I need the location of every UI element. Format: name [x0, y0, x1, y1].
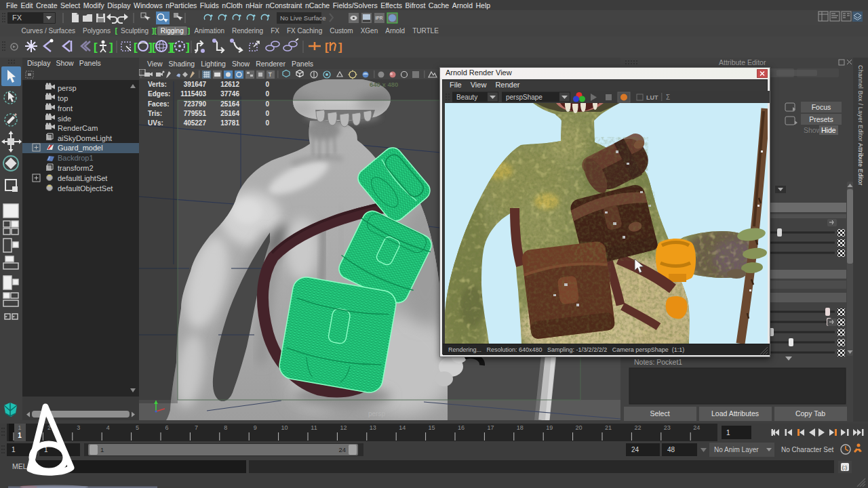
- svg-text:1: 1: [100, 446, 104, 453]
- svg-text:0: 0: [265, 90, 269, 98]
- svg-text:Select: Select: [650, 409, 669, 418]
- svg-text:8: 8: [224, 424, 227, 431]
- svg-text:391647: 391647: [184, 81, 207, 88]
- svg-text:7: 7: [195, 424, 198, 431]
- svg-text:Show: Show: [804, 126, 822, 134]
- svg-text:top: top: [58, 94, 68, 102]
- svg-text:Focus: Focus: [812, 103, 831, 111]
- svg-text:defaultObjectSet: defaultObjectSet: [58, 184, 113, 192]
- svg-text:]: ]: [338, 41, 342, 54]
- svg-text:0: 0: [265, 110, 269, 117]
- svg-text:perspShape: perspShape: [506, 94, 542, 101]
- svg-text:18: 18: [517, 424, 524, 431]
- svg-text:15: 15: [429, 424, 435, 431]
- svg-text:UVs:: UVs:: [148, 119, 163, 127]
- svg-text:Beauty: Beauty: [456, 94, 477, 101]
- svg-text:defaultLightSet: defaultLightSet: [58, 174, 107, 182]
- svg-text:12: 12: [340, 424, 347, 431]
- svg-text:723790: 723790: [184, 100, 207, 108]
- svg-text:405227: 405227: [184, 119, 207, 127]
- svg-text:side: side: [58, 115, 71, 123]
- svg-text:]: ]: [109, 41, 113, 54]
- svg-text:779551: 779551: [184, 110, 207, 117]
- svg-text:Load Attributes: Load Attributes: [711, 409, 759, 418]
- svg-text:21: 21: [605, 424, 612, 431]
- svg-text:{;}: {;}: [842, 464, 848, 470]
- svg-text:10: 10: [281, 424, 288, 431]
- svg-text:transform2: transform2: [58, 164, 94, 172]
- svg-text:14: 14: [399, 424, 406, 431]
- svg-text:13781: 13781: [220, 119, 239, 127]
- svg-text:25164: 25164: [220, 110, 239, 117]
- svg-text:5: 5: [136, 424, 139, 431]
- svg-text:13: 13: [370, 424, 376, 431]
- svg-text:17: 17: [487, 424, 494, 431]
- svg-text:11: 11: [311, 424, 317, 431]
- svg-text:No Anim Layer: No Anim Layer: [714, 446, 759, 453]
- svg-text:25164: 25164: [220, 100, 239, 108]
- svg-text:6: 6: [165, 424, 168, 431]
- svg-text:Guard_model: Guard_model: [58, 144, 103, 152]
- svg-text:Notes: Pocket1: Notes: Pocket1: [634, 358, 682, 366]
- svg-text:640 x 480: 640 x 480: [370, 81, 398, 88]
- svg-text:Verts:: Verts:: [148, 81, 167, 88]
- svg-text:Backdrop1: Backdrop1: [58, 154, 94, 162]
- svg-text:front: front: [58, 104, 73, 113]
- svg-text:12612: 12612: [220, 81, 239, 88]
- svg-text:24: 24: [631, 446, 639, 453]
- svg-text:20: 20: [576, 424, 583, 431]
- svg-text:[: [: [134, 41, 138, 54]
- svg-text:[: [: [171, 41, 175, 54]
- svg-text:0: 0: [265, 100, 269, 108]
- svg-text:1: 1: [726, 429, 730, 436]
- svg-text:Σ: Σ: [666, 94, 670, 101]
- svg-text:LUT: LUT: [646, 94, 658, 101]
- svg-text:Edges:: Edges:: [148, 90, 170, 98]
- svg-text:aiSkyDomeLight: aiSkyDomeLight: [58, 134, 112, 142]
- svg-text:]: ]: [186, 41, 190, 54]
- svg-text:No Character Set: No Character Set: [781, 446, 833, 453]
- svg-text:48: 48: [667, 446, 675, 453]
- svg-text:24: 24: [338, 446, 346, 453]
- svg-text:FX: FX: [12, 14, 22, 22]
- svg-text:Copy Tab: Copy Tab: [795, 409, 825, 418]
- svg-text:Presets: Presets: [809, 115, 833, 123]
- svg-text:Tris:: Tris:: [148, 110, 162, 117]
- svg-text:0: 0: [265, 81, 269, 88]
- svg-text:IPR: IPR: [376, 16, 383, 20]
- svg-text:[: [: [325, 41, 329, 54]
- svg-text:23: 23: [664, 424, 671, 431]
- svg-text:[: [: [94, 41, 98, 54]
- svg-text:4: 4: [106, 424, 110, 431]
- svg-text:37746: 37746: [220, 90, 239, 98]
- svg-text:Attribute Editor: Attribute Editor: [719, 58, 766, 66]
- svg-text:persp: persp: [58, 84, 77, 92]
- svg-text:1115403: 1115403: [180, 90, 206, 98]
- svg-text:RenderCam: RenderCam: [58, 124, 98, 132]
- svg-text:22: 22: [634, 424, 641, 431]
- svg-text:19: 19: [546, 424, 553, 431]
- svg-text:0: 0: [265, 119, 269, 127]
- svg-text:Hide: Hide: [821, 126, 836, 134]
- svg-text:[: [: [152, 41, 156, 54]
- svg-text:No Live Surface: No Live Surface: [280, 14, 326, 22]
- svg-text:Faces:: Faces:: [148, 100, 170, 108]
- svg-text:16: 16: [458, 424, 465, 431]
- svg-text:9: 9: [254, 424, 257, 431]
- svg-text:24: 24: [693, 424, 700, 431]
- svg-text:persp: persp: [368, 410, 385, 418]
- svg-text:T: T: [269, 71, 273, 78]
